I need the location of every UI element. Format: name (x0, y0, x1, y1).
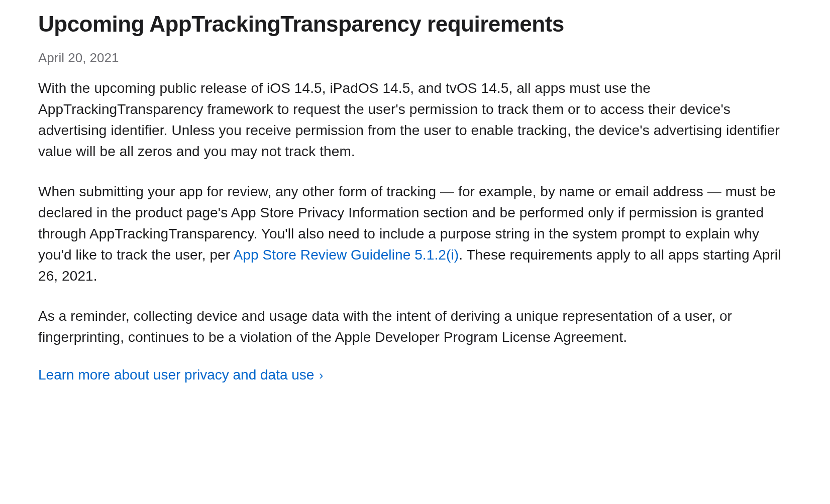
chevron-right-icon: › (319, 368, 323, 382)
guideline-link[interactable]: App Store Review Guideline 5.1.2(i) (234, 247, 459, 263)
article-paragraph-2: When submitting your app for review, any… (38, 181, 792, 287)
cta-label: Learn more about user privacy and data u… (38, 367, 314, 383)
article-paragraph-3: As a reminder, collecting device and usa… (38, 306, 792, 348)
news-article: Upcoming AppTrackingTransparency require… (38, 12, 792, 383)
article-title: Upcoming AppTrackingTransparency require… (38, 12, 792, 36)
article-date: April 20, 2021 (38, 50, 792, 66)
article-paragraph-1: With the upcoming public release of iOS … (38, 78, 792, 162)
learn-more-link[interactable]: Learn more about user privacy and data u… (38, 367, 323, 383)
